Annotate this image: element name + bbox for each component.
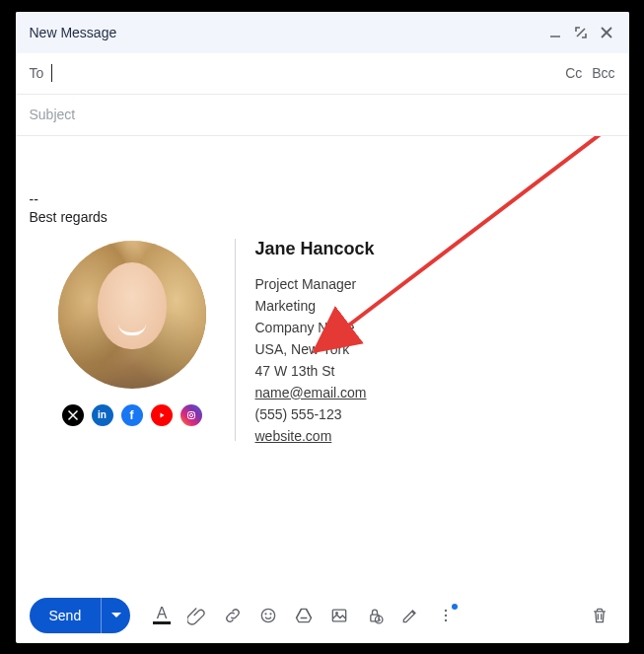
signature-separator: -- — [30, 191, 615, 207]
signature-phone: (555) 555-123 — [255, 403, 375, 425]
svg-point-9 — [265, 613, 266, 614]
message-body[interactable]: -- Best regards in f — [16, 136, 629, 588]
title-bar: New Message — [16, 12, 629, 53]
svg-point-7 — [192, 412, 193, 413]
linkedin-icon[interactable]: in — [92, 404, 113, 426]
svg-point-12 — [336, 612, 338, 614]
more-options-icon[interactable] — [430, 600, 462, 631]
attach-icon[interactable] — [181, 600, 213, 631]
drive-icon[interactable] — [288, 600, 320, 631]
signature-location: USA, New York — [255, 338, 375, 360]
window-title: New Message — [30, 25, 117, 40]
emoji-icon[interactable] — [252, 600, 284, 631]
subject-input[interactable] — [30, 107, 615, 122]
to-label: To — [30, 65, 44, 81]
cc-button[interactable]: Cc — [565, 65, 582, 81]
avatar — [58, 241, 206, 389]
signature-block: in f Jane Hancock Project Manager Market… — [30, 233, 615, 447]
insert-photo-icon[interactable] — [323, 600, 355, 631]
youtube-icon[interactable] — [151, 404, 173, 426]
svg-rect-11 — [333, 610, 346, 621]
signature-title: Project Manager — [255, 273, 375, 295]
send-button[interactable]: Send — [30, 598, 102, 633]
link-icon[interactable] — [217, 600, 249, 631]
svg-point-6 — [189, 413, 192, 416]
confidential-mode-icon[interactable] — [359, 600, 391, 631]
minimize-button[interactable] — [546, 24, 564, 41]
bottom-toolbar: Send A — [16, 588, 629, 643]
subject-row — [16, 95, 629, 136]
formatting-button[interactable]: A — [146, 600, 178, 631]
closing-text: Best regards — [30, 209, 615, 225]
facebook-icon[interactable]: f — [121, 404, 143, 426]
signature-name: Jane Hancock — [255, 239, 375, 259]
signature-department: Marketing — [255, 295, 375, 317]
signature-company: Company Name — [255, 317, 375, 338]
fullscreen-button[interactable] — [572, 24, 590, 41]
svg-point-16 — [445, 614, 447, 616]
bcc-button[interactable]: Bcc — [592, 65, 614, 81]
text-cursor — [51, 64, 52, 82]
svg-point-15 — [445, 609, 447, 611]
instagram-icon[interactable] — [180, 404, 202, 426]
notification-dot — [452, 604, 458, 610]
x-twitter-icon[interactable] — [62, 404, 84, 426]
signature-email[interactable]: name@email.com — [255, 385, 367, 400]
compose-window: New Message To Cc Bcc — [16, 12, 629, 643]
pen-signature-icon[interactable] — [394, 600, 426, 631]
svg-point-17 — [445, 618, 447, 620]
svg-line-1 — [577, 29, 585, 36]
signature-address: 47 W 13th St — [255, 360, 375, 382]
signature-website[interactable]: website.com — [255, 428, 332, 444]
svg-point-8 — [262, 609, 275, 621]
discard-draft-icon[interactable] — [584, 600, 615, 631]
close-button[interactable] — [598, 24, 615, 41]
social-icons-row: in f — [62, 404, 202, 426]
send-options-button[interactable] — [101, 598, 130, 633]
svg-point-10 — [270, 613, 271, 614]
to-row[interactable]: To Cc Bcc — [16, 53, 629, 95]
